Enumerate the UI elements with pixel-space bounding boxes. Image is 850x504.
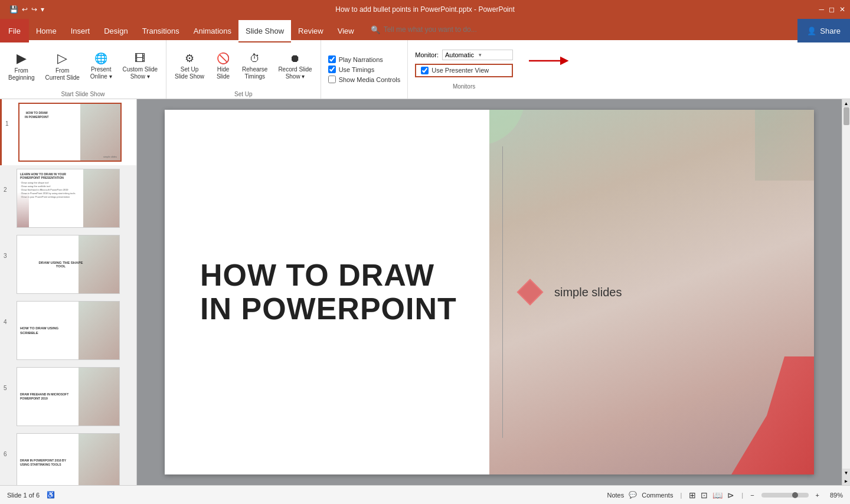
zoom-slider[interactable] bbox=[761, 493, 809, 498]
menu-home[interactable]: Home bbox=[29, 19, 64, 42]
search-input[interactable] bbox=[384, 25, 490, 34]
slide-num-5: 5 bbox=[4, 367, 13, 391]
slide-thumb-4[interactable]: 4 HOW TO DRAW USINGSCRIBBLE bbox=[0, 297, 136, 364]
menu-insert[interactable]: Insert bbox=[64, 19, 97, 42]
slideshow-view-icon[interactable]: ⊳ bbox=[727, 490, 734, 500]
menu-bar: File Home Insert Design Transitions Anim… bbox=[0, 19, 850, 40]
share-button[interactable]: 👤 Share bbox=[797, 19, 850, 42]
comments-button[interactable]: Comments bbox=[642, 492, 673, 499]
slide-num-6: 6 bbox=[4, 433, 13, 457]
setup-slideshow-button[interactable]: ⚙ Set UpSlide Show bbox=[170, 45, 209, 87]
scroll-up-button[interactable]: ▲ bbox=[842, 99, 851, 107]
window-controls: ─ ◻ ✕ bbox=[819, 5, 845, 14]
from-beginning-button[interactable]: ▶ FromBeginning bbox=[4, 45, 39, 87]
present-online-button[interactable]: 🌐 PresentOnline ▾ bbox=[86, 45, 117, 87]
setup-buttons: ⚙ Set UpSlide Show 🚫 HideSlide ⏱ Rehears… bbox=[170, 42, 317, 90]
chevron-down-icon: ▾ bbox=[479, 52, 510, 58]
checkboxes-group: Play Narrations Use Timings Show Media C… bbox=[321, 40, 408, 99]
notes-button[interactable]: Notes bbox=[607, 492, 624, 499]
menu-file[interactable]: File bbox=[0, 19, 29, 42]
setup-label: Set Up bbox=[170, 90, 317, 99]
undo-icon[interactable]: ↩ bbox=[22, 5, 28, 14]
presenter-view-checkbox[interactable]: Use Presenter View bbox=[421, 67, 489, 74]
restore-icon[interactable]: ◻ bbox=[829, 5, 835, 14]
title-bar-left: 💾 ↩ ↪ ▾ bbox=[5, 0, 49, 19]
start-slideshow-buttons: ▶ FromBeginning ▷ FromCurrent Slide 🌐 Pr… bbox=[4, 42, 162, 90]
main-slide-title: HOW TO DRAW IN POWERPOINT bbox=[200, 258, 457, 326]
customize-qat-icon[interactable]: ▾ bbox=[41, 5, 44, 14]
slide-num-1: 1 bbox=[5, 103, 15, 127]
slide-canvas-area: HOW TO DRAW IN POWERPOINT simple slides bbox=[137, 99, 842, 485]
menu-review[interactable]: Review bbox=[291, 19, 331, 42]
monitor-dropdown[interactable]: Automatic ▾ bbox=[442, 50, 513, 60]
status-divider: | bbox=[680, 492, 682, 499]
scroll-down-button[interactable]: ▼ bbox=[842, 469, 851, 477]
rehearse-timings-button[interactable]: ⏱ RehearseTimings bbox=[237, 45, 272, 87]
reading-view-icon[interactable]: 📖 bbox=[712, 490, 722, 500]
main-area: 1 HOW TO DRAWIN POWERPOINT simple slides… bbox=[0, 99, 850, 485]
slide-info: Slide 1 of 6 bbox=[7, 492, 40, 499]
slide-preview-1: HOW TO DRAWIN POWERPOINT simple slides bbox=[18, 103, 122, 162]
setup-group: ⚙ Set UpSlide Show 🚫 HideSlide ⏱ Rehears… bbox=[166, 40, 321, 99]
timer-icon: ⏱ bbox=[250, 53, 260, 65]
slide-sorter-icon[interactable]: ⊡ bbox=[701, 490, 708, 500]
zoom-level[interactable]: 89% bbox=[824, 492, 843, 499]
title-bar: 💾 ↩ ↪ ▾ How to add bullet points in Powe… bbox=[0, 0, 850, 19]
minimize-icon[interactable]: ─ bbox=[819, 5, 824, 14]
annotation-area bbox=[520, 40, 850, 99]
slide-thumb-2[interactable]: 2 LEARN HOW TO DRAW IN YOURPOWERPOINT PR… bbox=[0, 165, 136, 231]
menu-slideshow[interactable]: Slide Show bbox=[238, 19, 291, 42]
slide-preview-4: HOW TO DRAW USINGSCRIBBLE bbox=[17, 301, 120, 360]
custom-show-button[interactable]: 🎞 Custom SlideShow ▾ bbox=[118, 45, 162, 87]
play-current-icon: ▷ bbox=[57, 51, 67, 66]
show-media-controls-checkbox[interactable]: Show Media Controls bbox=[328, 76, 401, 83]
status-right: Notes 💬 Comments | ⊞ ⊡ 📖 ⊳ | − + 89% bbox=[607, 490, 843, 500]
zoom-plus-button[interactable]: + bbox=[816, 492, 819, 499]
status-divider2: | bbox=[741, 492, 743, 499]
menu-transitions[interactable]: Transitions bbox=[135, 19, 187, 42]
redo-icon[interactable]: ↪ bbox=[31, 5, 37, 14]
presenter-view-label: Use Presenter View bbox=[431, 67, 489, 74]
slide-thumb-1[interactable]: 1 HOW TO DRAWIN POWERPOINT simple slides bbox=[0, 99, 136, 165]
quick-access-toolbar: 💾 ↩ ↪ ▾ bbox=[5, 0, 49, 19]
save-icon[interactable]: 💾 bbox=[9, 5, 18, 14]
close-icon[interactable]: ✕ bbox=[839, 5, 845, 14]
ribbon-content: ▶ FromBeginning ▷ FromCurrent Slide 🌐 Pr… bbox=[0, 40, 850, 99]
start-slideshow-label: Start Slide Show bbox=[4, 90, 162, 99]
normal-view-icon[interactable]: ⊞ bbox=[689, 490, 696, 500]
slide-num-3: 3 bbox=[4, 235, 13, 259]
hide-icon: 🚫 bbox=[217, 52, 230, 65]
accessibility-icon[interactable]: ♿ bbox=[47, 491, 55, 499]
status-bar: Slide 1 of 6 ♿ Notes 💬 Comments | ⊞ ⊡ 📖 … bbox=[0, 485, 850, 504]
scroll-thumb bbox=[844, 107, 849, 125]
menu-design[interactable]: Design bbox=[97, 19, 135, 42]
comment-icon: 💬 bbox=[629, 491, 637, 499]
zoom-thumb bbox=[792, 492, 798, 498]
hide-slide-button[interactable]: 🚫 HideSlide bbox=[210, 45, 236, 87]
gear-icon: ⚙ bbox=[185, 52, 194, 65]
play-narrations-checkbox[interactable]: Play Narrations bbox=[328, 55, 401, 63]
slide-panel: 1 HOW TO DRAWIN POWERPOINT simple slides… bbox=[0, 99, 137, 485]
scroll-track bbox=[842, 107, 851, 469]
online-icon: 🌐 bbox=[94, 52, 107, 65]
monitor-label: Monitor: bbox=[415, 51, 439, 58]
slide-num-4: 4 bbox=[4, 301, 13, 325]
slide-preview-5: DRAW FREEHAND IN MICROSOFTPOWERPOINT 201… bbox=[17, 367, 120, 426]
slide-thumb-3[interactable]: 3 DRAW USING THE SHAPETOOL bbox=[0, 231, 136, 297]
record-slideshow-button[interactable]: ⏺ Record SlideShow ▾ bbox=[273, 45, 316, 87]
menu-view[interactable]: View bbox=[331, 19, 361, 42]
presenter-view-box: Use Presenter View bbox=[415, 64, 513, 77]
record-icon: ⏺ bbox=[290, 53, 300, 65]
menu-animations[interactable]: Animations bbox=[187, 19, 238, 42]
person-icon: 👤 bbox=[807, 27, 816, 35]
zoom-minus-button[interactable]: − bbox=[750, 492, 754, 499]
slide-preview-2: LEARN HOW TO DRAW IN YOURPOWERPOINT PRES… bbox=[17, 169, 120, 228]
slide-thumb-6[interactable]: 6 DRAW IN POWERPOINT 2016 BYUSING STARTI… bbox=[0, 430, 136, 485]
slide-preview-6: DRAW IN POWERPOINT 2016 BYUSING STARTINK… bbox=[17, 433, 120, 485]
arrow-annotation bbox=[526, 46, 573, 78]
from-current-button[interactable]: ▷ FromCurrent Slide bbox=[40, 45, 84, 87]
slide-thumb-5[interactable]: 5 DRAW FREEHAND IN MICROSOFTPOWERPOINT 2… bbox=[0, 364, 136, 430]
scroll-right-button[interactable]: ► bbox=[842, 477, 851, 485]
right-scrollbar: ▲ ▼ ► bbox=[842, 99, 850, 485]
use-timings-checkbox[interactable]: Use Timings bbox=[328, 66, 401, 73]
